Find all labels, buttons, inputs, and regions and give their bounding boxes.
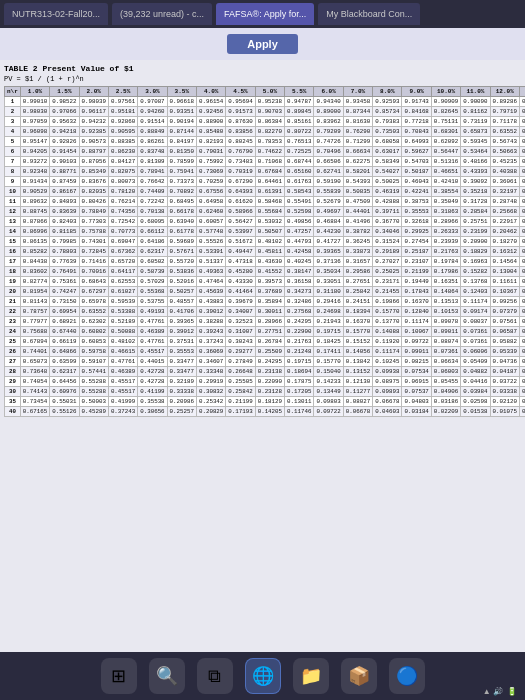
table-cell: 0.53755	[138, 297, 167, 307]
table-cell: 0.44015	[138, 357, 167, 367]
table-cell: 0.09011	[431, 327, 460, 337]
table-cell: 0.90595	[108, 127, 137, 137]
table-cell: 0.58468	[255, 197, 284, 207]
table-cell: 0.07361	[461, 327, 490, 337]
table-cell: 0.11920	[373, 337, 402, 347]
table-cell: 0.61027	[108, 287, 137, 297]
table-cell: 0.35538	[138, 397, 167, 407]
table-cell: 0.40245	[285, 257, 314, 267]
table-row: 100.905290.861670.820350.781200.744090.7…	[5, 187, 526, 197]
chrome-icon[interactable]: 🔵	[389, 658, 425, 694]
table-cell: 0.54703	[402, 157, 431, 167]
table-cell: 0.06003	[431, 367, 460, 377]
table-cell: 0.52189	[108, 317, 137, 327]
table-cell: 0.90103	[50, 157, 79, 167]
table-cell: 0.23199	[461, 227, 490, 237]
dropbox-icon[interactable]: 📦	[341, 658, 377, 694]
table-cell: 0.90909	[431, 97, 460, 107]
table-cell: 0.27651	[343, 277, 372, 287]
table-cell: 0.55031	[50, 397, 79, 407]
table-cell: 0.31728	[461, 197, 490, 207]
table-cell: 0.69954	[50, 307, 79, 317]
table-cell: 0.85349	[79, 167, 108, 177]
table-cell: 0.48102	[255, 237, 284, 247]
table-cell: 0.77639	[50, 257, 79, 267]
table-cell: 0.63940	[167, 217, 196, 227]
table-cell: 0.43330	[226, 277, 255, 287]
task-view-button[interactable]: ⧉	[197, 658, 233, 694]
table-row: 20.980300.970660.961170.951810.942600.93…	[5, 107, 526, 117]
row-header: 27	[5, 357, 21, 367]
table-cell: 0.75361	[50, 277, 79, 287]
table-cell: 0.16351	[431, 277, 460, 287]
table-cell: 0.30243	[226, 337, 255, 347]
table-cell: 0.90529	[20, 187, 49, 197]
table-cell: 0.73069	[196, 167, 225, 177]
table-cell: 0.38288	[196, 317, 225, 327]
table-cell: 0.30656	[138, 407, 167, 417]
table-cell: 0.67894	[20, 337, 49, 347]
column-header: 8.0%	[373, 87, 402, 97]
table-cell: 0.36061	[490, 177, 519, 187]
table-cell: 0.56743	[490, 137, 519, 147]
table-cell: 0.48557	[167, 297, 196, 307]
table-cell: 0.10153	[431, 307, 460, 317]
start-button[interactable]: ⊞	[101, 658, 137, 694]
table-cell: 0.50088	[108, 327, 137, 337]
table-cell: 0.12403	[461, 287, 490, 297]
table-cell: 0.63017	[373, 147, 402, 157]
table-cell: 0.62741	[314, 167, 343, 177]
table-cell: 0.86261	[138, 137, 167, 147]
table-row: 180.836020.764910.700160.641170.587390.5…	[5, 267, 526, 277]
table-cell: 0.13768	[461, 277, 490, 287]
table-row: 60.942050.914540.887970.862300.837480.81…	[5, 147, 526, 157]
table-cell: 0.12840	[402, 307, 431, 317]
column-header: 20.0%	[519, 87, 525, 97]
row-header: 19	[5, 277, 21, 287]
table-cell: 0.65978	[79, 297, 108, 307]
table-cell: 0.50507	[255, 227, 284, 237]
table-row: 230.779770.689210.623020.521890.477610.3…	[5, 317, 526, 327]
table-cell: 0.58201	[343, 167, 372, 177]
tab-fafsa[interactable]: FAFSA®: Apply for...	[216, 3, 314, 25]
table-cell: 0.05409	[519, 247, 525, 257]
apply-button[interactable]: Apply	[227, 34, 298, 54]
table-row: 240.756880.674400.608020.500880.463890.3…	[5, 327, 526, 337]
table-cell: 0.37531	[167, 337, 196, 347]
table-cell: 0.51337	[196, 257, 225, 267]
table-cell: 0.35553	[402, 207, 431, 217]
table-cell: 0.92385	[79, 127, 108, 137]
table-cell: 0.16312	[490, 247, 519, 257]
table-cell: 0.29189	[373, 247, 402, 257]
table-cell: 0.25668	[490, 207, 519, 217]
table-cell: 0.45517	[108, 377, 137, 387]
table-cell: 0.59539	[108, 297, 137, 307]
table-cell: 0.10367	[490, 287, 519, 297]
table-header-row: n\r1.0%1.5%2.0%2.5%3.0%3.5%4.0%4.5%5.0%5…	[5, 87, 526, 97]
tab-nutr[interactable]: NUTR313-02-Fall20...	[4, 3, 108, 25]
tab-blackboard[interactable]: My Blackboard Con...	[318, 3, 420, 25]
tab-unread[interactable]: (39,232 unread) - c...	[112, 3, 212, 25]
table-cell: 0.10245	[373, 357, 402, 367]
table-cell: 0.74401	[20, 347, 49, 357]
column-header: 10.0%	[431, 87, 460, 97]
table-cell: 0.16370	[402, 297, 431, 307]
table-cell: 0.63552	[79, 307, 108, 317]
table-cell: 0.45517	[108, 387, 137, 397]
search-button[interactable]: 🔍	[149, 658, 185, 694]
table-cell: 0.48102	[108, 337, 137, 347]
table-cell: 0.62553	[108, 277, 137, 287]
table-cell: 0.01509	[519, 317, 525, 327]
table-cell: 0.41706	[167, 307, 196, 317]
table-cell: 0.20462	[490, 227, 519, 237]
table-cell: 0.68921	[50, 317, 79, 327]
taskbar-bottom: ⊞ 🔍 ⧉ 🌐 📁 📦 🔵 ▲ 🔊 🔋	[0, 652, 525, 700]
table-cell: 0.21455	[373, 287, 402, 297]
browser-icon[interactable]: 🌐	[245, 658, 281, 694]
column-header: n\r	[5, 87, 21, 97]
table-cell: 0.03756	[519, 267, 525, 277]
file-explorer-icon[interactable]: 📁	[293, 658, 329, 694]
table-scroll-area[interactable]: TABLE 2 Present Value of $1 PV = $1 / (1…	[0, 60, 525, 652]
table-cell: 0.74301	[79, 237, 108, 247]
table-cell: 0.25025	[373, 267, 402, 277]
